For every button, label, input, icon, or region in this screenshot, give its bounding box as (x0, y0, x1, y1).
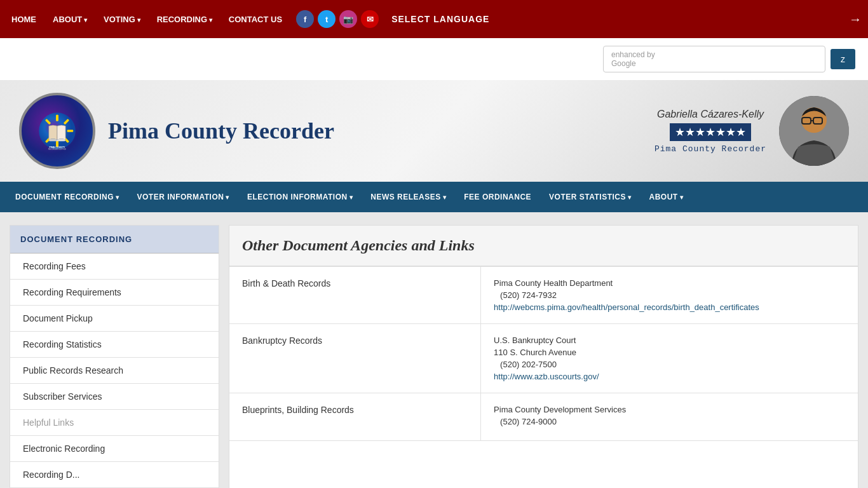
login-icon[interactable]: → (849, 12, 862, 26)
nav-home[interactable]: HOME (6, 11, 41, 27)
nav-news-releases[interactable]: NEWS RELEASES (362, 182, 455, 212)
agency-cell: Pima County Development Services (520) 7… (481, 393, 858, 441)
recorder-photo (779, 96, 849, 166)
agency-phone: (520) 724-9000 (494, 417, 845, 426)
instagram-icon[interactable]: 📷 (339, 10, 357, 28)
record-type-cell: Blueprints, Building Records (229, 393, 481, 441)
nav-voting[interactable]: VOTING (98, 11, 146, 27)
content-area: DOCUMENT RECORDING Recording Fees Record… (0, 212, 868, 488)
page-title: Other Document Agencies and Links (242, 237, 845, 254)
nav-about[interactable]: ABOUT (48, 11, 92, 27)
agency-link[interactable]: http://www.azb.uscourts.gov/ (494, 372, 599, 381)
header-banner: PIMA COUNTY RECORDER'S OFFICE Pima Count… (0, 80, 868, 182)
agency-cell: Pima County Health Department (520) 724-… (481, 267, 858, 324)
header-right: Gabriella Cázares-Kelly ★★★★★★★ Pima Cou… (654, 96, 849, 166)
nav-recording[interactable]: RECORDING (152, 11, 217, 27)
recorder-title: Pima County Recorder (654, 144, 766, 154)
search-button[interactable]: z (831, 49, 855, 69)
svg-text:PIMA COUNTY: PIMA COUNTY (49, 146, 65, 149)
record-type-cell: Bankruptcy Records (229, 324, 481, 393)
recorder-name: Gabriella Cázares-Kelly (654, 109, 766, 120)
agency-name: U.S. Bankruptcy Court (494, 336, 845, 345)
nav-document-recording[interactable]: DOCUMENT RECORDING (6, 182, 128, 212)
nav-about-dropdown[interactable]: ABOUT (48, 14, 92, 24)
svg-text:RECORDER'S OFFICE: RECORDER'S OFFICE (48, 148, 66, 150)
sidebar-item-document-pickup[interactable]: Document Pickup (10, 306, 219, 332)
agency-phone: (520) 724-7932 (494, 290, 845, 300)
nav-contact[interactable]: CONTACT US (224, 11, 287, 27)
sidebar-item-recording-statistics[interactable]: Recording Statistics (10, 332, 219, 358)
main-content: Other Document Agencies and Links Birth … (229, 225, 858, 488)
recorder-stars: ★★★★★★★ (670, 123, 751, 141)
search-bar: enhanced by Google z (0, 38, 868, 80)
nav-voter-information[interactable]: VOTER INFORMATION (128, 182, 238, 212)
email-icon[interactable]: ✉ (361, 10, 379, 28)
svg-rect-2 (56, 115, 58, 121)
header-left: PIMA COUNTY RECORDER'S OFFICE Pima Count… (19, 93, 334, 169)
agency-name: Pima County Development Services (494, 405, 845, 414)
table-row: Birth & Death Records Pima County Health… (229, 267, 858, 324)
content-scroll[interactable]: Birth & Death Records Pima County Health… (229, 267, 858, 441)
top-bar: HOME ABOUT VOTING RECORDING CONTACT US f… (0, 0, 868, 38)
google-enhanced-label: enhanced by Google (611, 50, 663, 68)
sidebar-item-public-records-research[interactable]: Public Records Research (10, 358, 219, 384)
nav-voting-dropdown[interactable]: VOTING (98, 14, 146, 24)
nav-fee-ordinance[interactable]: FEE ORDINANCE (455, 182, 540, 212)
site-title: Pima County Recorder (108, 118, 334, 144)
nav-election-information[interactable]: ELECTION INFORMATION (238, 182, 362, 212)
nav-about-main[interactable]: ABOUT (640, 182, 692, 212)
sidebar-item-recording-requirements[interactable]: Recording Requirements (10, 280, 219, 306)
sidebar-item-recording-fees[interactable]: Recording Fees (10, 254, 219, 280)
sidebar-item-recording-d[interactable]: Recording D... (10, 462, 219, 488)
social-icons: f t 📷 ✉ (296, 10, 379, 28)
sidebar-item-electronic-recording[interactable]: Electronic Recording (10, 436, 219, 462)
nav-recording-dropdown[interactable]: RECORDING (152, 14, 217, 24)
sidebar: DOCUMENT RECORDING Recording Fees Record… (10, 225, 219, 488)
agency-address: 110 S. Church Avenue (494, 348, 845, 357)
nav-voter-statistics[interactable]: VOTER STATISTICS (540, 182, 640, 212)
login-area: → (849, 12, 862, 27)
language-selector[interactable]: SELECT LANGUAGE (391, 14, 489, 24)
table-row: Bankruptcy Records U.S. Bankruptcy Court… (229, 324, 858, 393)
search-wrapper: enhanced by Google (603, 46, 825, 72)
search-input[interactable] (667, 54, 817, 64)
agencies-table: Birth & Death Records Pima County Health… (229, 267, 858, 441)
logo: PIMA COUNTY RECORDER'S OFFICE (19, 93, 95, 169)
agency-link[interactable]: http://webcms.pima.gov/health/personal_r… (494, 302, 759, 312)
page-title-bar: Other Document Agencies and Links (229, 226, 858, 267)
agency-phone: (520) 202-7500 (494, 360, 845, 369)
svg-rect-6 (67, 130, 74, 132)
record-type-cell: Birth & Death Records (229, 267, 481, 324)
main-nav: DOCUMENT RECORDING VOTER INFORMATION ELE… (0, 182, 868, 212)
sidebar-item-subscriber-services[interactable]: Subscriber Services (10, 384, 219, 410)
twitter-icon[interactable]: t (318, 10, 336, 28)
table-row: Blueprints, Building Records Pima County… (229, 393, 858, 441)
agency-cell: U.S. Bankruptcy Court 110 S. Church Aven… (481, 324, 858, 393)
sidebar-title: DOCUMENT RECORDING (10, 226, 219, 254)
recorder-info: Gabriella Cázares-Kelly ★★★★★★★ Pima Cou… (654, 109, 766, 154)
sidebar-item-helpful-links[interactable]: Helpful Links (10, 410, 219, 436)
agency-name: Pima County Health Department (494, 278, 845, 288)
facebook-icon[interactable]: f (296, 10, 314, 28)
